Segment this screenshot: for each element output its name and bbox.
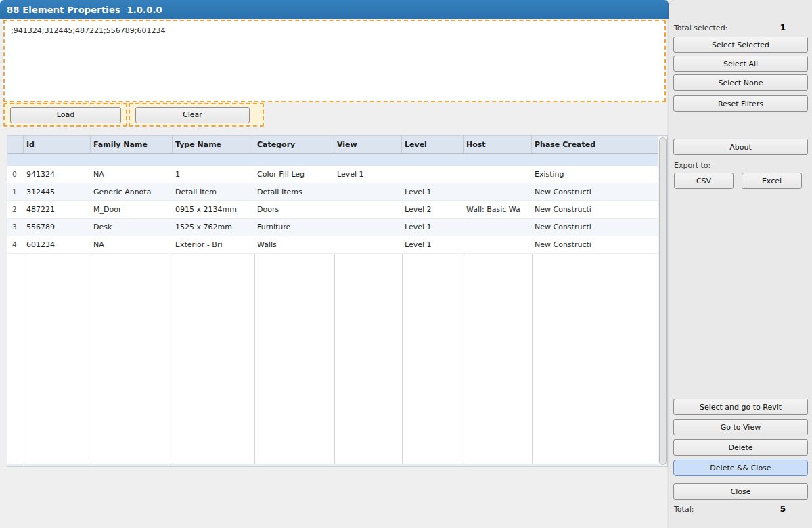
row-index: 2 [7,201,24,218]
window-title: 88 Element Properties 1.0.0.0 [7,5,162,15]
grid-line [173,254,173,464]
cell-category: Furniture [254,219,334,236]
cell-type-name: Exterior - Bri [173,236,254,253]
cell-family-name: NA [91,166,173,183]
cell-family-name: NA [91,236,173,253]
sidebar: Total selected: 1 Select Selected Select… [669,0,812,528]
column-header-phase-created[interactable]: Phase Created [532,136,658,153]
grid-line [24,254,24,464]
reset-filters-button[interactable]: Reset Filters [673,95,808,112]
cell-view [334,236,402,253]
row-header-corner[interactable] [7,136,24,153]
grid-line [334,254,335,464]
export-csv-button[interactable]: CSV [674,173,734,189]
cell-category: Walls [254,236,334,253]
title-bar[interactable]: 88 Element Properties 1.0.0.0 [0,0,669,19]
cell-level: Level 1 [402,183,464,200]
total-selected-label: Total selected: [674,24,727,32]
about-button[interactable]: About [673,139,808,155]
clear-button[interactable]: Clear [135,107,250,123]
cell-view [334,183,402,200]
vertical-scrollbar[interactable] [658,136,667,466]
select-none-button[interactable]: Select None [673,74,808,91]
load-button[interactable]: Load [10,107,121,123]
column-header-level[interactable]: Level [402,136,464,153]
total-selected-row: Total selected: 1 [674,23,786,32]
select-and-go-to-revit-button[interactable]: Select and go to Revit [673,399,808,415]
cell-host: Wall: Basic Wa [464,201,532,218]
column-header-view[interactable]: View [334,136,402,153]
cell-id: 941324 [24,166,91,183]
row-index: 0 [7,166,24,183]
cell-host [464,183,532,200]
total-selected-value: 1 [780,23,786,32]
cell-id: 312445 [24,183,91,200]
clear-group: Clear [129,103,264,127]
column-header-category[interactable]: Category [254,136,334,153]
cell-level [402,166,464,183]
cell-id: 556789 [24,219,91,236]
table-row[interactable]: 3 556789 Desk 1525 x 762mm Furniture Lev… [7,219,658,236]
grid-line [532,254,533,464]
go-to-view-button[interactable]: Go to View [673,419,808,435]
column-header-host[interactable]: Host [464,136,532,153]
table-filter-row[interactable] [7,154,658,166]
delete-and-close-button[interactable]: Delete && Close [673,460,808,476]
row-index: 1 [7,183,24,200]
cell-category: Color Fill Leg [254,166,334,183]
export-to-label: Export to: [674,161,710,170]
close-button[interactable]: Close [673,483,808,500]
cell-family-name: Generic Annota [91,183,173,200]
grid-line [254,254,255,464]
select-all-button[interactable]: Select All [673,56,808,72]
row-index: 4 [7,236,24,253]
element-ids-value: ;941324;312445;487221;556789;601234 [11,26,166,35]
cell-type-name: 1525 x 762mm [173,219,254,236]
export-excel-button[interactable]: Excel [742,173,802,189]
cell-type-name: 0915 x 2134mm [173,201,254,218]
table-row[interactable]: 2 487221 M_Door 0915 x 2134mm Doors Leve… [7,201,658,219]
total-row: Total: 5 [674,504,786,514]
select-selected-button[interactable]: Select Selected [673,37,808,53]
table-row[interactable]: 1 312445 Generic Annota Detail Item Deta… [7,183,658,201]
cell-host [464,236,532,253]
cell-phase-created: Existing [532,166,658,183]
cell-phase-created: New Constructi [532,201,658,218]
cell-type-name: 1 [173,166,254,183]
cell-level: Level 2 [402,201,464,218]
table-row[interactable]: 4 601234 NA Exterior - Bri Walls Level 1… [7,236,658,254]
scrollbar-thumb[interactable] [659,137,667,465]
total-label: Total: [674,505,694,514]
elements-table: Id Family Name Type Name Category View L… [7,135,668,467]
load-group: Load [3,103,127,127]
cell-phase-created: New Constructi [532,219,658,236]
table-row[interactable]: 0 941324 NA 1 Color Fill Leg Level 1 Exi… [7,166,658,183]
cell-family-name: Desk [91,219,173,236]
cell-host [464,166,532,183]
table-empty-area [7,254,658,464]
total-value: 5 [780,504,786,514]
column-header-family-name[interactable]: Family Name [91,136,173,153]
cell-phase-created: New Constructi [532,183,658,200]
cell-level: Level 1 [402,219,464,236]
cell-view: Level 1 [334,166,402,183]
row-index: 3 [7,219,24,236]
element-ids-input[interactable]: ;941324;312445;487221;556789;601234 [3,20,666,102]
cell-category: Detail Items [254,183,334,200]
table-bottom-edge [7,464,658,466]
cell-family-name: M_Door [91,201,173,218]
cell-type-name: Detail Item [173,183,254,200]
column-header-type-name[interactable]: Type Name [173,136,254,153]
cell-level: Level 1 [402,236,464,253]
cell-host [464,219,532,236]
grid-line [464,254,464,464]
table-header-row: Id Family Name Type Name Category View L… [7,136,658,154]
delete-button[interactable]: Delete [673,439,808,456]
cell-view [334,219,402,236]
cell-category: Doors [254,201,334,218]
cell-id: 487221 [24,201,91,218]
grid-line [402,254,403,464]
cell-id: 601234 [24,236,91,253]
grid-line [91,254,91,464]
column-header-id[interactable]: Id [24,136,91,153]
